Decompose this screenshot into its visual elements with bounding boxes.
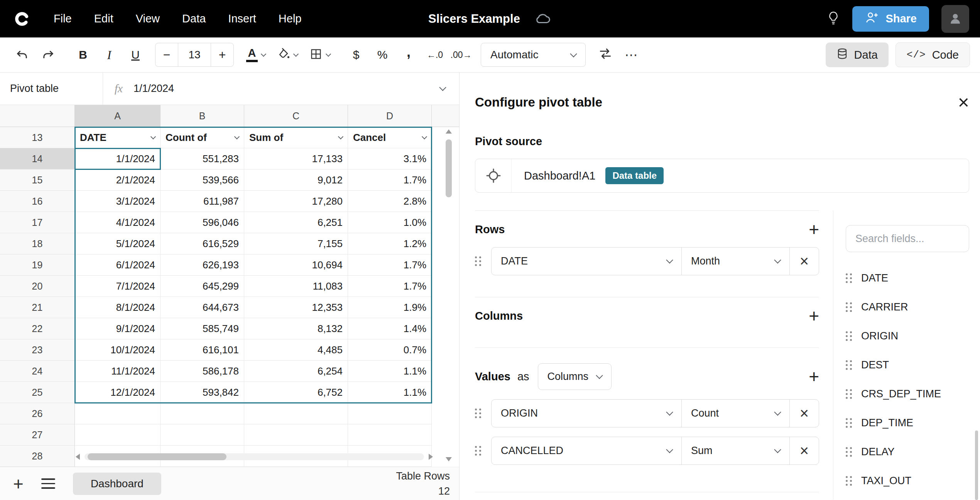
- cell[interactable]: 7/1/2024: [75, 276, 161, 297]
- cell[interactable]: 1.7%: [348, 169, 432, 191]
- row-header[interactable]: 28: [0, 446, 75, 467]
- cell[interactable]: 5/1/2024: [75, 233, 161, 254]
- field-item[interactable]: DEP_TIME: [846, 408, 969, 437]
- values-mode-select[interactable]: Columns: [538, 363, 612, 390]
- pivot-header-cell[interactable]: Cancel: [348, 127, 432, 148]
- row-header[interactable]: 26: [0, 403, 75, 424]
- data-view-button[interactable]: Data: [826, 42, 889, 67]
- column-filter-chevron-icon[interactable]: [234, 134, 240, 139]
- field-select[interactable]: CANCELLED: [492, 437, 681, 464]
- formula-bar-expand-chevron-icon[interactable]: [439, 84, 446, 91]
- field-select[interactable]: ORIGIN: [492, 400, 681, 427]
- cell[interactable]: 8,132: [244, 318, 348, 339]
- column-header-b[interactable]: B: [161, 105, 244, 127]
- vertical-scroll-thumb[interactable]: [446, 139, 452, 197]
- cell[interactable]: 12,353: [244, 297, 348, 318]
- cell[interactable]: 3/1/2024: [75, 191, 161, 212]
- cell[interactable]: 2.8%: [348, 191, 432, 212]
- font-size-decrease-button[interactable]: −: [155, 48, 178, 62]
- font-size-increase-button[interactable]: +: [211, 48, 233, 62]
- panel-scrollbar-thumb[interactable]: [975, 431, 978, 500]
- row-header[interactable]: 18: [0, 233, 75, 254]
- lightbulb-icon[interactable]: [827, 11, 840, 27]
- cell[interactable]: 611,987: [161, 191, 244, 212]
- column-filter-chevron-icon[interactable]: [422, 134, 427, 139]
- field-item[interactable]: TAXI_OUT: [846, 466, 969, 495]
- cell[interactable]: 626,193: [161, 254, 244, 276]
- percent-format-button[interactable]: %: [370, 42, 394, 67]
- undo-button[interactable]: [10, 42, 34, 67]
- drag-handle-icon[interactable]: [846, 447, 852, 457]
- drag-handle-icon[interactable]: [846, 302, 852, 312]
- drag-handle-icon[interactable]: [475, 408, 481, 419]
- row-header[interactable]: 20: [0, 276, 75, 297]
- cell[interactable]: 1.4%: [348, 318, 432, 339]
- column-filter-chevron-icon[interactable]: [150, 134, 156, 139]
- horizontal-scroll-thumb[interactable]: [88, 453, 226, 460]
- cell[interactable]: 1.9%: [348, 297, 432, 318]
- drag-handle-icon[interactable]: [846, 476, 852, 486]
- decrease-decimal-button[interactable]: ←.0: [423, 42, 447, 67]
- column-header-d[interactable]: D: [348, 105, 432, 127]
- fill-color-button[interactable]: [272, 42, 302, 67]
- column-header-a[interactable]: A: [75, 105, 161, 127]
- add-value-field-button[interactable]: +: [809, 370, 819, 383]
- field-item[interactable]: CRS_DEP_TIME: [846, 380, 969, 408]
- drag-handle-icon[interactable]: [846, 418, 852, 428]
- cell[interactable]: 1.7%: [348, 276, 432, 297]
- row-header[interactable]: 24: [0, 361, 75, 382]
- comma-format-button[interactable]: ,: [397, 42, 421, 67]
- scroll-left-arrow-icon[interactable]: [76, 454, 80, 460]
- cell[interactable]: 9/1/2024: [75, 318, 161, 339]
- cell[interactable]: 6,254: [244, 361, 348, 382]
- cell[interactable]: [348, 424, 432, 446]
- drag-handle-icon[interactable]: [846, 360, 852, 370]
- cell[interactable]: 586,178: [161, 361, 244, 382]
- drag-handle-icon[interactable]: [475, 446, 481, 456]
- row-header[interactable]: 13: [0, 127, 75, 148]
- cell[interactable]: 6/1/2024: [75, 254, 161, 276]
- row-header[interactable]: 14: [0, 148, 75, 169]
- cell[interactable]: 17,280: [244, 191, 348, 212]
- cell[interactable]: 4,485: [244, 339, 348, 361]
- cell[interactable]: 1.2%: [348, 233, 432, 254]
- pivot-header-cell[interactable]: DATE: [75, 127, 161, 148]
- cell[interactable]: 596,046: [161, 212, 244, 233]
- borders-button[interactable]: [305, 42, 335, 67]
- cell[interactable]: 11/1/2024: [75, 361, 161, 382]
- row-header[interactable]: 15: [0, 169, 75, 191]
- field-item[interactable]: DATE: [846, 264, 969, 293]
- field-item[interactable]: CARRIER: [846, 293, 969, 322]
- remove-field-button[interactable]: ×: [789, 247, 819, 275]
- cell[interactable]: 9,012: [244, 169, 348, 191]
- row-header[interactable]: 17: [0, 212, 75, 233]
- bold-button[interactable]: B: [71, 42, 95, 67]
- cell[interactable]: 1/1/2024: [75, 148, 161, 169]
- sheet-tab-dashboard[interactable]: Dashboard: [73, 473, 161, 495]
- cell[interactable]: 2/1/2024: [75, 169, 161, 191]
- cell[interactable]: 645,299: [161, 276, 244, 297]
- field-item[interactable]: DELAY: [846, 437, 969, 466]
- cell[interactable]: 1.7%: [348, 254, 432, 276]
- scroll-up-arrow-icon[interactable]: [446, 129, 452, 134]
- cell[interactable]: 585,749: [161, 318, 244, 339]
- cell[interactable]: 0.7%: [348, 339, 432, 361]
- italic-button[interactable]: I: [97, 42, 121, 67]
- add-row-field-button[interactable]: +: [809, 223, 819, 236]
- cell[interactable]: 12/1/2024: [75, 382, 161, 403]
- menu-item[interactable]: Data: [171, 0, 217, 37]
- field-item[interactable]: DEST: [846, 351, 969, 380]
- cell[interactable]: 6,752: [244, 382, 348, 403]
- field-item[interactable]: ORIGIN: [846, 322, 969, 351]
- cell[interactable]: 1.0%: [348, 212, 432, 233]
- row-header[interactable]: 25: [0, 382, 75, 403]
- row-header[interactable]: 22: [0, 318, 75, 339]
- cell[interactable]: 10,694: [244, 254, 348, 276]
- pivot-header-cell[interactable]: Count of: [161, 127, 244, 148]
- account-avatar-button[interactable]: [941, 5, 969, 33]
- cell[interactable]: 11,083: [244, 276, 348, 297]
- row-header[interactable]: 23: [0, 339, 75, 361]
- more-options-button[interactable]: ⋯: [620, 42, 644, 67]
- app-logo-icon[interactable]: [11, 8, 33, 30]
- menu-item[interactable]: File: [42, 0, 83, 37]
